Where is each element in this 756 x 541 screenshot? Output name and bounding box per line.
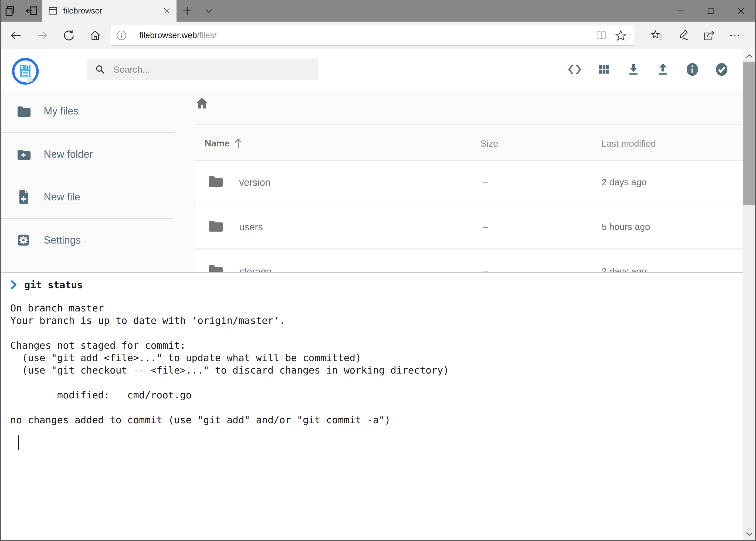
set-tabs-aside-button[interactable] [21, 0, 42, 22]
url-path[interactable]: /files/ [197, 31, 216, 40]
folder-icon [207, 174, 223, 188]
column-header-size[interactable]: Size [480, 138, 498, 149]
browser-navbar: filebrowser.web /files/ [0, 22, 756, 49]
sidebar-item-label: My files [44, 105, 79, 117]
info-button[interactable] [685, 62, 700, 77]
plus-icon [182, 5, 193, 16]
window-close-icon [736, 6, 746, 16]
maximize-icon [706, 6, 715, 15]
terminal-panel[interactable]: git status On branch master Your branch … [0, 272, 756, 541]
window-border-left [0, 0, 1, 541]
refresh-button[interactable] [56, 23, 82, 48]
header-actions [567, 49, 729, 90]
url-host[interactable]: filebrowser.web [139, 31, 197, 40]
sidebar-item-my-files[interactable]: My files [0, 90, 174, 132]
table-row[interactable]: storage – 2 days ago [195, 250, 743, 272]
tab-list-button[interactable] [198, 0, 220, 22]
home-button[interactable] [82, 23, 109, 48]
forward-icon [36, 29, 49, 42]
share-button[interactable] [696, 23, 722, 48]
tab-close-icon[interactable] [162, 6, 171, 15]
sidebar-item-label: Settings [44, 235, 81, 246]
search-bar[interactable] [87, 59, 319, 80]
annotate-pen-icon [676, 29, 689, 42]
sidebar: My files New folder New file Settings [0, 90, 174, 272]
filebrowser-body: My files New folder New file Settings [0, 90, 756, 272]
file-name: storage [239, 266, 272, 272]
scroll-down-button[interactable] [743, 527, 755, 541]
terminal-cursor [18, 435, 19, 450]
file-modified: 5 hours ago [602, 222, 650, 232]
more-options-button[interactable] [722, 23, 748, 48]
address-bar[interactable]: filebrowser.web /files/ [111, 25, 634, 46]
sort-up-arrow-icon [233, 138, 243, 149]
set-tabs-aside-icon [25, 5, 38, 17]
tab-preview-icon [5, 5, 16, 17]
home-outline-icon [89, 29, 102, 42]
table-row[interactable]: version – 2 days ago [195, 161, 743, 204]
minimize-button[interactable] [665, 0, 695, 22]
browser-titlebar: filebrowser [0, 0, 756, 22]
listing-divider [195, 124, 743, 125]
file-modified: 2 days ago [602, 177, 646, 188]
folder-icon [207, 264, 223, 272]
forward-button[interactable] [29, 23, 56, 48]
folder-icon [207, 219, 223, 232]
terminal-output: On branch master Your branch is up to da… [10, 302, 740, 426]
refresh-icon [63, 29, 75, 42]
select-check-button[interactable] [714, 62, 729, 77]
new-tab-button[interactable] [176, 0, 198, 22]
file-size: – [483, 266, 488, 272]
breadcrumb-home-icon [195, 96, 209, 110]
browser-actions [644, 23, 748, 48]
tab-title: filebrowser [63, 6, 157, 15]
reading-view-icon[interactable] [595, 29, 608, 42]
search-icon [95, 64, 106, 75]
address-divider [133, 29, 133, 42]
grid-view-button[interactable] [597, 63, 611, 76]
file-name: version [239, 177, 270, 188]
tab-preview-button[interactable] [0, 0, 21, 22]
sidebar-item-label: New file [44, 191, 80, 203]
maximize-button[interactable] [695, 0, 726, 22]
upload-button[interactable] [655, 62, 670, 76]
search-input[interactable] [114, 64, 311, 75]
terminal-command: git status [24, 279, 83, 290]
page-scrollbar[interactable] [743, 49, 755, 541]
filebrowser-logo[interactable] [12, 58, 39, 85]
column-header-name[interactable]: Name [205, 138, 243, 149]
chevron-up-icon [745, 54, 753, 59]
breadcrumb-home-button[interactable] [195, 96, 209, 110]
file-modified: 2 days ago [602, 266, 646, 272]
site-info-icon[interactable] [116, 30, 127, 41]
favorite-star-icon[interactable] [615, 29, 627, 42]
browser-tab[interactable]: filebrowser [42, 0, 176, 22]
terminal-prompt-chevron-icon [10, 279, 17, 290]
back-icon [10, 29, 22, 42]
table-row[interactable]: users – 5 hours ago [195, 205, 743, 249]
floppy-disk-logo-icon [12, 58, 39, 85]
listing-header-row: Name Size Last modified [0, 130, 756, 157]
more-dots-icon [728, 29, 741, 42]
file-plus-icon [16, 190, 31, 204]
sidebar-item-settings[interactable]: Settings [0, 219, 174, 262]
scrollbar-thumb[interactable] [743, 62, 755, 205]
annotate-pen-button[interactable] [670, 23, 696, 48]
sidebar-item-new-file[interactable]: New file [0, 176, 174, 218]
file-size: – [483, 221, 488, 232]
minimize-icon [676, 6, 685, 15]
window-close-button[interactable] [726, 0, 756, 22]
favorites-hub-button[interactable] [644, 23, 670, 48]
scroll-up-button[interactable] [743, 49, 755, 63]
column-header-modified[interactable]: Last modified [601, 138, 656, 149]
raw-code-button[interactable] [567, 63, 582, 76]
download-button[interactable] [626, 62, 641, 76]
file-size: – [483, 176, 488, 188]
share-icon [702, 29, 715, 42]
page-favicon-icon [48, 5, 58, 16]
terminal-command-line: git status [10, 277, 740, 292]
settings-gear-icon [16, 234, 31, 247]
file-list: version – 2 days ago users – 5 hours ago… [195, 161, 743, 272]
chevron-down-icon [745, 531, 753, 537]
back-button[interactable] [3, 23, 29, 48]
